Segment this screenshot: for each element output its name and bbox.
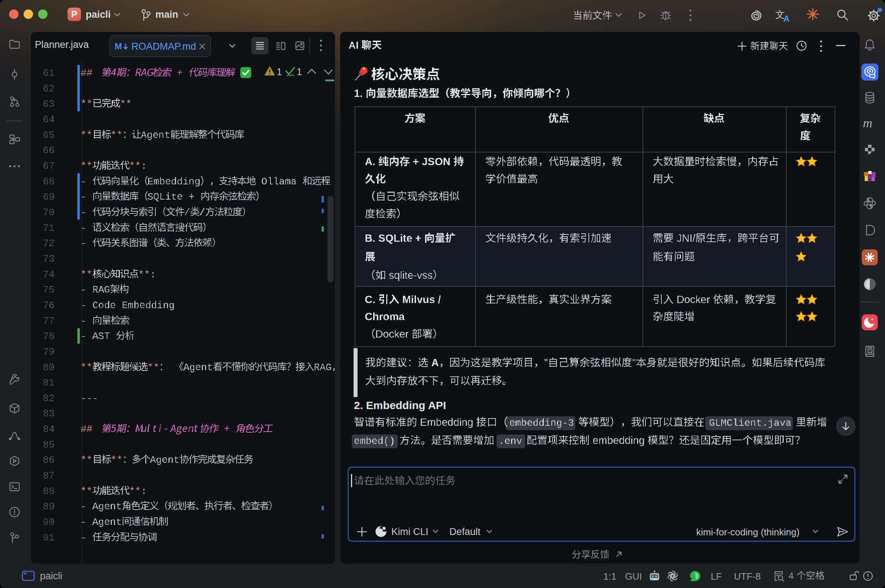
svg-text:m: m: [863, 117, 872, 130]
svg-text:A: A: [868, 349, 871, 353]
svg-text:1: 1: [277, 66, 282, 77]
svg-text:1: 1: [297, 66, 302, 77]
svg-text:A: A: [783, 14, 789, 22]
svg-text:M: M: [115, 41, 122, 51]
